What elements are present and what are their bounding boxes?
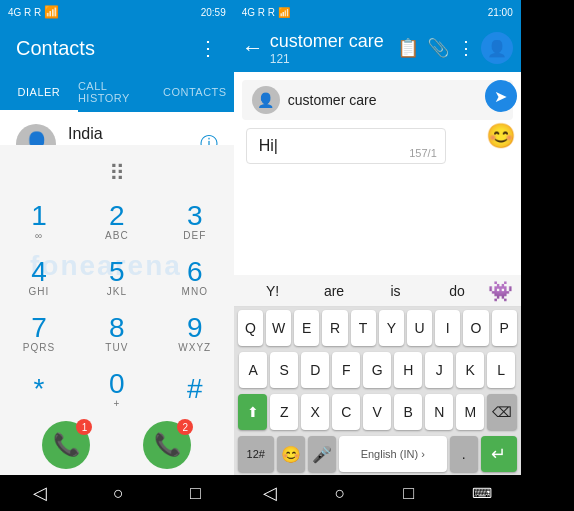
dial-key-hash[interactable]: # xyxy=(156,361,234,417)
side-action-icons: ➤ 😊 xyxy=(485,80,517,152)
kb-backspace-key[interactable]: ⌫ xyxy=(487,394,517,430)
search-avatar: 👤 xyxy=(252,86,280,114)
kb-key-y[interactable]: Y xyxy=(379,310,404,346)
left-status-bar: 4G R R 📶 20:59 xyxy=(0,0,234,24)
dial-key-3[interactable]: 3DEF xyxy=(156,193,234,249)
list-item[interactable]: 👤 India 🔒 ✏ 11-10-2016 15:03 ⓘ xyxy=(0,112,234,145)
kb-key-d[interactable]: D xyxy=(301,352,329,388)
left-menu-icon[interactable]: ⋮ xyxy=(198,36,218,60)
kb-key-x[interactable]: X xyxy=(301,394,329,430)
dial-key-8[interactable]: 8TUV xyxy=(78,305,156,361)
back-nav-icon-right[interactable]: ◁ xyxy=(263,482,277,504)
right-header-icons: 📋 📎 ⋮ xyxy=(397,37,475,59)
kb-key-h[interactable]: H xyxy=(394,352,422,388)
back-button[interactable]: ← xyxy=(242,35,264,61)
kb-key-r[interactable]: R xyxy=(322,310,347,346)
tab-bar: DIALER CALL HISTORY CONTACTS xyxy=(0,72,234,112)
dial-bottom: 📞 1 📞 2 xyxy=(0,417,234,475)
kb-num-sym-key[interactable]: 12# xyxy=(238,436,274,472)
left-status-left: 4G R R 📶 xyxy=(8,5,59,19)
home-nav-icon[interactable]: ○ xyxy=(113,483,124,504)
kb-space-key[interactable]: English (IN) › xyxy=(339,436,447,472)
call-header-icon[interactable]: 📋 xyxy=(397,37,419,59)
left-network: 4G R R xyxy=(8,7,41,18)
kb-key-u[interactable]: U xyxy=(407,310,432,346)
kb-key-b[interactable]: B xyxy=(394,394,422,430)
signal-icon: 📶 xyxy=(44,5,59,19)
home-nav-icon-right[interactable]: ○ xyxy=(334,483,345,504)
call-button-1[interactable]: 📞 1 xyxy=(42,421,90,469)
contact-list: 👤 India 🔒 ✏ 11-10-2016 15:03 ⓘ 👤 Distres… xyxy=(0,112,234,145)
left-nav-bar: ◁ ○ □ xyxy=(0,475,234,511)
kb-emoji-key[interactable]: 😊 xyxy=(277,436,305,472)
kb-key-k[interactable]: K xyxy=(456,352,484,388)
right-menu-icon[interactable]: ⋮ xyxy=(457,37,475,59)
left-header: Contacts ⋮ xyxy=(0,24,234,72)
suggest-y[interactable]: Y! xyxy=(242,279,304,303)
chat-title: customer care 121 xyxy=(270,31,391,66)
kb-key-l[interactable]: L xyxy=(487,352,515,388)
message-text: Hi| xyxy=(259,137,278,154)
kb-key-s[interactable]: S xyxy=(270,352,298,388)
send-icon-btn[interactable]: ➤ xyxy=(485,80,517,112)
kb-key-t[interactable]: T xyxy=(351,310,376,346)
suggest-do[interactable]: do xyxy=(426,279,488,303)
kb-punct-key[interactable]: . xyxy=(450,436,478,472)
suggestion-row: Y! are is do 👾 xyxy=(234,275,521,307)
keyboard-nav-icon[interactable]: ⌨ xyxy=(472,485,492,501)
dialer-grid-toggle[interactable]: ⠿ xyxy=(0,155,234,193)
char-count: 157/1 xyxy=(409,147,437,159)
dialer-area: ⠿ 1∞ 2ABC 3DEF 4GHI 5JKL 6MNO 7PQRS 8TUV… xyxy=(0,145,234,475)
kb-key-z[interactable]: Z xyxy=(270,394,298,430)
kb-key-f[interactable]: F xyxy=(332,352,360,388)
dial-key-5[interactable]: 5JKL xyxy=(78,249,156,305)
kb-key-g[interactable]: G xyxy=(363,352,391,388)
tab-contacts[interactable]: CONTACTS xyxy=(156,72,234,112)
dial-key-4[interactable]: 4GHI xyxy=(0,249,78,305)
kb-key-m[interactable]: M xyxy=(456,394,484,430)
contacts-action-icon[interactable]: 👤 xyxy=(481,32,513,64)
tab-call-history[interactable]: CALL HISTORY xyxy=(78,72,156,112)
call-button-2[interactable]: 📞 2 xyxy=(143,421,191,469)
kb-row-2: A S D F G H J K L xyxy=(234,349,521,391)
kb-enter-key[interactable]: ↵ xyxy=(481,436,517,472)
kb-key-w[interactable]: W xyxy=(266,310,291,346)
contact-info: India 🔒 ✏ 11-10-2016 15:03 xyxy=(68,125,200,146)
kb-key-c[interactable]: C xyxy=(332,394,360,430)
kb-key-i[interactable]: I xyxy=(435,310,460,346)
right-network: 4G R R xyxy=(242,7,275,18)
kb-key-o[interactable]: O xyxy=(463,310,488,346)
back-nav-icon[interactable]: ◁ xyxy=(33,482,47,504)
tab-dialer[interactable]: DIALER xyxy=(0,72,78,112)
kb-key-q[interactable]: Q xyxy=(238,310,263,346)
suggest-are[interactable]: are xyxy=(303,279,365,303)
recent-nav-icon-right[interactable]: □ xyxy=(403,483,414,504)
dial-key-star[interactable]: * xyxy=(0,361,78,417)
dial-key-9[interactable]: 9WXYZ xyxy=(156,305,234,361)
send-icon: ➤ xyxy=(494,87,507,106)
call-badge-1: 1 xyxy=(76,419,92,435)
dial-key-6[interactable]: 6MNO xyxy=(156,249,234,305)
dial-key-2[interactable]: 2ABC xyxy=(78,193,156,249)
recent-nav-icon[interactable]: □ xyxy=(190,483,201,504)
kb-key-p[interactable]: P xyxy=(492,310,517,346)
kb-shift-key[interactable]: ⬆ xyxy=(238,394,268,430)
suggest-is[interactable]: is xyxy=(365,279,427,303)
kb-key-n[interactable]: N xyxy=(425,394,453,430)
kb-key-a[interactable]: A xyxy=(239,352,267,388)
kb-key-e[interactable]: E xyxy=(294,310,319,346)
info-button[interactable]: ⓘ xyxy=(200,132,218,146)
chat-area: 👤 customer care Hi| 157/1 ➤ 😊 xyxy=(234,72,521,275)
monster-icon[interactable]: 👾 xyxy=(488,279,513,303)
contact-name: India xyxy=(68,125,200,143)
kb-key-v[interactable]: V xyxy=(363,394,391,430)
emoji-icon-btn[interactable]: 😊 xyxy=(485,120,517,152)
dial-key-0[interactable]: 0+ xyxy=(78,361,156,417)
dial-key-1[interactable]: 1∞ xyxy=(0,193,78,249)
grid-icon: ⠿ xyxy=(109,161,125,187)
search-contact-text[interactable]: customer care xyxy=(288,92,503,108)
kb-mic-key[interactable]: 🎤 xyxy=(308,436,336,472)
dial-key-7[interactable]: 7PQRS xyxy=(0,305,78,361)
attach-icon[interactable]: 📎 xyxy=(427,37,449,59)
kb-key-j[interactable]: J xyxy=(425,352,453,388)
